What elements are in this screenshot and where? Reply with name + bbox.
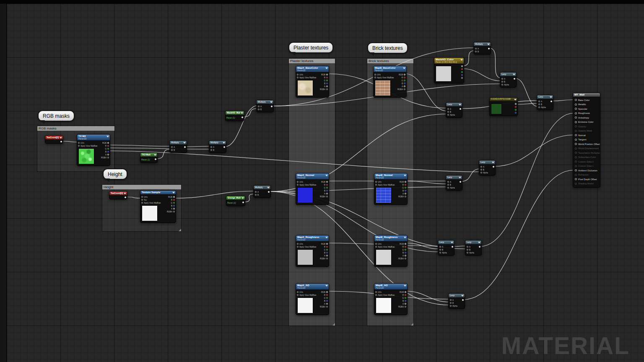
comment-bubble-height[interactable]: Height [103,168,127,180]
bubbles-layer: RGB masksHeightPlaster texturesBrick tex… [0,0,644,362]
comment-bubble-label: Brick textures [372,45,403,51]
window-top-edge [0,0,644,4]
comment-bubble-label: RGB masks [43,113,70,119]
comment-bubble-label: Height [108,171,122,177]
comment-bubble-label: Plaster textures [293,45,328,51]
bubble-tail-icon [41,120,45,124]
window-left-edge [0,4,7,362]
comment-bubble-rgb-masks[interactable]: RGB masks [38,110,75,122]
comment-bubble-brick[interactable]: Brick textures [367,42,408,54]
bubble-tail-icon [291,52,296,56]
bubble-tail-icon [106,178,110,182]
material-editor-stage: MATERIAL RGB masksHeightPlaster textures… [0,0,644,362]
comment-bubble-plaster[interactable]: Plaster textures [288,42,333,53]
bubble-tail-icon [370,52,374,56]
